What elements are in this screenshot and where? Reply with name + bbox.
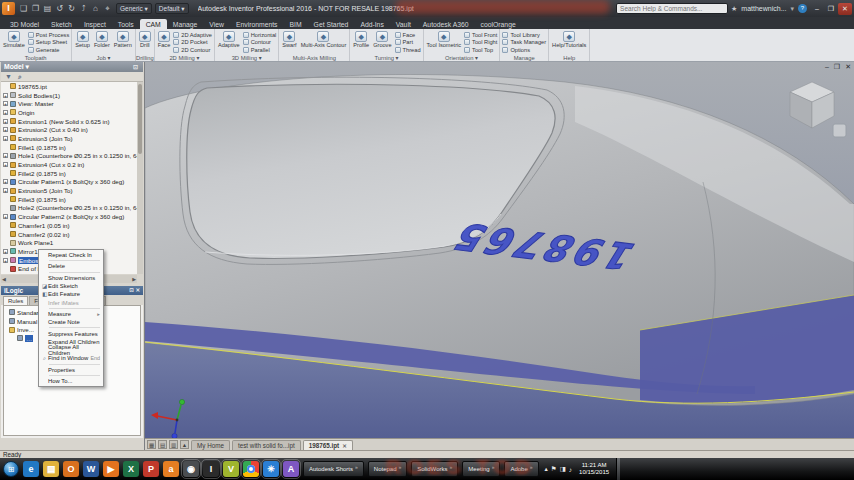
material-dropdown[interactable]: Generic ▾ xyxy=(116,3,152,14)
vault-icon[interactable]: V xyxy=(223,461,239,477)
menu-item-delete[interactable]: Delete xyxy=(39,262,103,270)
tree-node-198765-ipt[interactable]: +198765.ipt xyxy=(1,82,137,91)
ribbon-tab-environments[interactable]: Environments xyxy=(230,19,284,29)
ribbon-tab-add-ins[interactable]: Add-Ins xyxy=(354,19,389,29)
menu-item-edit-sketch[interactable]: ◪Edit Sketch xyxy=(39,282,103,290)
expand-icon[interactable]: + xyxy=(3,179,8,184)
doc-close-icon[interactable]: ✕ xyxy=(845,63,851,71)
button-thread[interactable]: Thread xyxy=(395,46,421,54)
button-2d-adaptive[interactable]: 2D Adaptive xyxy=(173,31,212,39)
expand-icon[interactable]: + xyxy=(3,127,8,132)
tree-node-origin[interactable]: +Origin xyxy=(1,108,137,117)
start-button[interactable]: ⊞ xyxy=(3,461,19,477)
tree-node-extrusion5-join-to-[interactable]: +Extrusion5 (Join To) xyxy=(1,186,137,195)
tree-node-chamfer1-0-05-in-[interactable]: +Chamfer1 (0.05 in) xyxy=(1,221,137,230)
menu-item-measure[interactable]: Measure▸ xyxy=(39,310,103,318)
tree-node-solid-bodies-1-[interactable]: +Solid Bodies(1) xyxy=(1,91,137,100)
group-label[interactable]: Orientation ▾ xyxy=(424,54,500,62)
ribbon-tab-coolorange[interactable]: coolOrange xyxy=(475,19,522,29)
graphics-viewport[interactable]: 198765 – ❐ ✕ xyxy=(145,62,854,438)
tree-node-fillet2-0-1875-in-[interactable]: +Fillet2 (0.1875 in) xyxy=(1,169,137,178)
doc-arrange-button-3[interactable]: ▲ xyxy=(180,440,189,449)
button-post-process[interactable]: Post Process xyxy=(28,31,70,39)
button-task-manager[interactable]: Task Manager xyxy=(502,39,546,47)
menu-item-create-note[interactable]: Create Note xyxy=(39,318,103,326)
camera-app-icon[interactable]: ◉ xyxy=(183,461,199,477)
group-label[interactable]: Turning ▾ xyxy=(350,54,422,62)
ribbon-tab-autodesk-a360[interactable]: Autodesk A360 xyxy=(417,19,475,29)
return-icon[interactable]: ⤴ xyxy=(78,3,89,15)
button-tool-top[interactable]: Tool Top xyxy=(464,46,497,54)
tree-node-circular-pattern2-x-boltqty-x-[interactable]: +Circular Pattern2 (x BoltQty x 360 deg) xyxy=(1,212,137,221)
tray-icon-2[interactable]: ◨ xyxy=(560,465,566,473)
user-menu-chevron-icon[interactable]: ▾ xyxy=(790,5,794,13)
ribbon-tab-3d-model[interactable]: 3D Model xyxy=(4,19,45,29)
button-generate[interactable]: Generate xyxy=(28,46,70,54)
button-2d-pocket[interactable]: 2D Pocket xyxy=(173,39,212,47)
model-panel-header[interactable]: Model ▾ ⊡ xyxy=(1,62,143,72)
media-player-icon[interactable]: ▶ xyxy=(103,461,119,477)
document-tab-test-with-solid-fo-ipt[interactable]: test with solid fo...ipt xyxy=(232,440,301,450)
menu-item-properties[interactable]: Properties xyxy=(39,366,103,374)
tree-node-extrusion4-cut-x-0-2-in-[interactable]: +Extrusion4 (Cut x 0.2 in) xyxy=(1,160,137,169)
help-search-input[interactable] xyxy=(616,3,728,14)
ribbon-tab-bim[interactable]: BIM xyxy=(284,19,308,29)
button-tool-isometric[interactable]: ◆Tool Isometric xyxy=(426,30,463,54)
tab-close-icon[interactable]: ✕ xyxy=(342,443,347,449)
outlook-icon[interactable]: O xyxy=(63,461,79,477)
ribbon-tab-inspect[interactable]: Inspect xyxy=(78,19,112,29)
tree-node-fillet1-0-1875-in-[interactable]: +Fillet1 (0.1875 in) xyxy=(1,143,137,152)
tree-node-work-plane1[interactable]: +Work Plane1 xyxy=(1,238,137,247)
ribbon-tab-vault[interactable]: Vault xyxy=(390,19,417,29)
document-tab-my-home[interactable]: My Home xyxy=(191,440,230,450)
button-tool-front[interactable]: Tool Front xyxy=(464,31,497,39)
minimize-button[interactable]: – xyxy=(810,3,824,15)
appearance-dropdown[interactable]: Default ▾ xyxy=(155,3,189,14)
expand-icon[interactable]: + xyxy=(3,119,8,124)
button-swarf[interactable]: ◆Swarf xyxy=(281,30,297,54)
taskbar-window-notepad[interactable]: Notepad» xyxy=(368,461,407,477)
button-groove[interactable]: ◆Groove xyxy=(372,30,392,54)
inventor-logo-icon[interactable]: I xyxy=(2,2,15,15)
tree-node-view-master[interactable]: +View: Master xyxy=(1,99,137,108)
file-explorer-icon[interactable]: ▤ xyxy=(43,461,59,477)
doc-arrange-button-0[interactable]: ▦ xyxy=(147,440,156,449)
internet-explorer-icon[interactable]: e xyxy=(23,461,39,477)
find-icon[interactable]: ⌕ xyxy=(18,73,22,81)
taskbar-window-autodesk-shorts[interactable]: Autodesk Shorts» xyxy=(303,461,364,477)
menu-item-repeat-check-in[interactable]: Repeat Check In xyxy=(39,251,103,259)
button-face[interactable]: Face xyxy=(395,31,421,39)
doc-minimize-icon[interactable]: – xyxy=(825,63,829,71)
button-pattern[interactable]: ◆Pattern xyxy=(113,30,133,54)
button-folder[interactable]: ◆Folder xyxy=(93,30,111,54)
save-icon[interactable]: ▤ xyxy=(42,3,53,15)
tree-node-fillet3-0-1875-in-[interactable]: +Fillet3 (0.1875 in) xyxy=(1,195,137,204)
purple-app-icon[interactable]: A xyxy=(283,461,299,477)
blue-app-icon[interactable]: ✳ xyxy=(263,461,279,477)
menu-item-how-to-[interactable]: How To... xyxy=(39,377,103,385)
tree-node-hole1-counterbore-0-25-in-x-0-[interactable]: +Hole1 (Counterbore Ø0.25 in x 0.1250 in… xyxy=(1,152,137,161)
taskbar-window-meeting[interactable]: Meeting» xyxy=(462,461,500,477)
button-2d-contour[interactable]: 2D Contour xyxy=(173,46,212,54)
button-drill[interactable]: ◆Drill xyxy=(138,30,152,54)
expand-icon[interactable]: + xyxy=(3,214,8,219)
tree-vertical-scrollbar[interactable] xyxy=(137,82,143,274)
tree-node-circular-pattern1-x-boltqty-x-[interactable]: +Circular Pattern1 (x BoltQty x 360 deg) xyxy=(1,178,137,187)
doc-arrange-button-2[interactable]: ▥ xyxy=(169,440,178,449)
document-tab-198765-ipt[interactable]: 198765.ipt✕ xyxy=(303,440,353,450)
inventor-taskbar-icon[interactable]: I xyxy=(203,461,219,477)
button-contour[interactable]: Contour xyxy=(243,39,277,47)
menu-item-find-in-window[interactable]: ⌕Find in WindowEnd xyxy=(39,354,103,362)
ribbon-tab-cam[interactable]: CAM xyxy=(140,19,167,29)
filter-icon[interactable]: ▼ xyxy=(5,73,12,80)
maximize-button[interactable]: ❐ xyxy=(824,3,838,15)
expand-icon[interactable]: + xyxy=(3,153,8,158)
button-multi-axis-contour[interactable]: ◆Multi-Axis Contour xyxy=(300,30,348,54)
chrome-icon[interactable] xyxy=(243,461,259,477)
button-setup-sheet[interactable]: Setup Sheet xyxy=(28,39,70,47)
button-tool-right[interactable]: Tool Right xyxy=(464,39,497,47)
tray-icon-0[interactable]: ▴ xyxy=(545,465,548,473)
tray-icon-1[interactable]: ⚑ xyxy=(551,465,557,473)
button-tool-library[interactable]: Tool Library xyxy=(502,31,546,39)
orange-app-icon[interactable]: a xyxy=(163,461,179,477)
